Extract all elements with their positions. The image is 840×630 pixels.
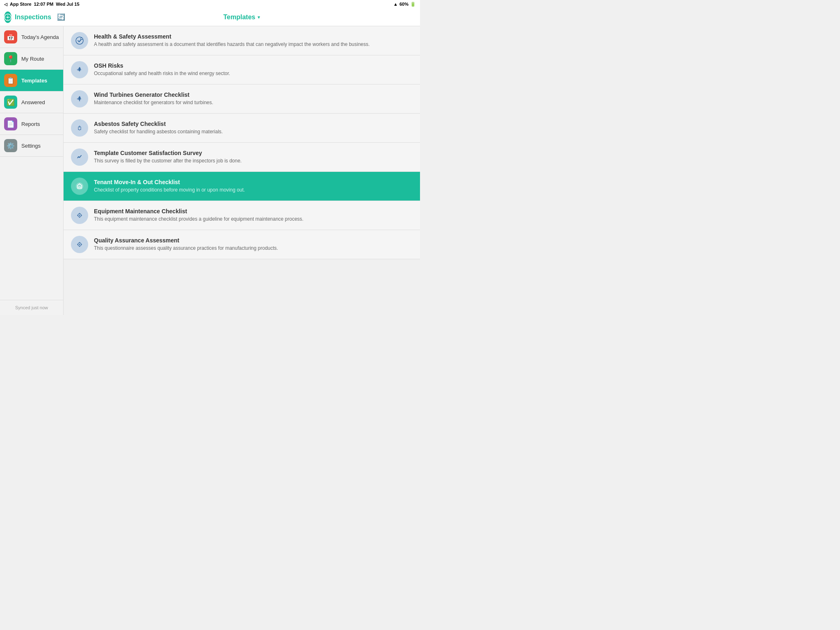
templates-icon: 📋 xyxy=(4,74,17,87)
template-title: Asbestos Safety Checklist xyxy=(94,121,413,127)
svg-point-1 xyxy=(7,16,9,18)
template-text: OSH Risks Occupational safety and health… xyxy=(94,62,413,77)
status-right: ▲ 60% 🔋 xyxy=(393,2,416,7)
sidebar: 📅 Today's Agenda 📍 My Route 📋 Templates … xyxy=(0,26,64,315)
quality-assurance-icon xyxy=(71,236,88,253)
sync-status: Synced just now xyxy=(0,300,63,315)
sidebar-item-label: Answered xyxy=(21,99,45,105)
nav-templates-title[interactable]: Templates xyxy=(224,14,256,21)
wifi-icon: ▲ xyxy=(393,2,398,7)
tenant-move-icon xyxy=(71,178,88,195)
template-text: Wind Turbines Generator Checklist Mainte… xyxy=(94,91,413,106)
nav-center: Templates ▾ xyxy=(64,14,420,21)
sidebar-item-reports[interactable]: 📄 Reports xyxy=(0,113,63,135)
health-safety-icon xyxy=(71,32,88,49)
sidebar-item-label: Reports xyxy=(21,121,40,127)
template-desc: Checklist of property conditions before … xyxy=(94,187,413,194)
template-list: Health & Safety Assessment A health and … xyxy=(64,26,420,315)
template-text: Health & Safety Assessment A health and … xyxy=(94,33,413,48)
template-text: Quality Assurance Assessment This questi… xyxy=(94,237,413,252)
sidebar-item-label: Templates xyxy=(21,78,47,84)
template-title: OSH Risks xyxy=(94,62,413,69)
template-title: Equipment Maintenance Checklist xyxy=(94,208,413,215)
template-title: Wind Turbines Generator Checklist xyxy=(94,91,413,98)
app-icon xyxy=(4,11,11,23)
template-title: Template Customer Satisfaction Survey xyxy=(94,150,413,156)
template-text: Equipment Maintenance Checklist This equ… xyxy=(94,208,413,223)
template-desc: Occupational safety and health risks in … xyxy=(94,70,413,77)
reports-icon: 📄 xyxy=(4,117,17,130)
template-title: Quality Assurance Assessment xyxy=(94,237,413,244)
sidebar-item-settings[interactable]: ⚙️ Settings xyxy=(0,135,63,157)
list-item[interactable]: Equipment Maintenance Checklist This equ… xyxy=(64,201,420,230)
wind-turbines-icon xyxy=(71,90,88,107)
svg-point-18 xyxy=(79,215,80,216)
sidebar-item-templates[interactable]: 📋 Templates xyxy=(0,70,63,91)
equipment-maintenance-icon xyxy=(71,207,88,224)
template-desc: Safety checklist for handling asbestos c… xyxy=(94,128,413,135)
template-desc: This questionnaire assesses quality assu… xyxy=(94,245,413,252)
sidebar-item-today[interactable]: 📅 Today's Agenda xyxy=(0,26,63,48)
template-text: Template Customer Satisfaction Survey Th… xyxy=(94,150,413,164)
template-desc: Maintenance checklist for generators for… xyxy=(94,99,413,106)
nav-bar: Inspections 🔄 Templates ▾ xyxy=(0,8,420,26)
template-title: Health & Safety Assessment xyxy=(94,33,413,40)
customer-survey-icon xyxy=(71,148,88,166)
my-route-icon: 📍 xyxy=(4,52,17,65)
svg-point-13 xyxy=(79,128,80,130)
status-date: Wed Jul 15 xyxy=(56,2,79,7)
template-desc: This equipment maintenance checklist pro… xyxy=(94,216,413,223)
today-agenda-icon: 📅 xyxy=(4,30,17,43)
sidebar-item-label: Today's Agenda xyxy=(21,34,59,40)
template-title: Tenant Move-In & Out Checklist xyxy=(94,179,413,185)
status-time: 12:07 PM xyxy=(34,2,54,7)
nav-left: Inspections 🔄 xyxy=(0,11,64,23)
list-item[interactable]: Template Customer Satisfaction Survey Th… xyxy=(64,143,420,172)
nav-inspections-title: Inspections xyxy=(15,14,51,21)
sidebar-item-answered[interactable]: ✅ Answered xyxy=(0,91,63,113)
asbestos-icon xyxy=(71,119,88,137)
sidebar-item-label: Settings xyxy=(21,143,41,149)
list-item[interactable]: Tenant Move-In & Out Checklist Checklist… xyxy=(64,172,420,201)
app-store-label: App Store xyxy=(10,2,32,7)
template-text: Asbestos Safety Checklist Safety checkli… xyxy=(94,121,413,135)
template-desc: This survey is filled by the customer af… xyxy=(94,158,413,164)
list-item[interactable]: Quality Assurance Assessment This questi… xyxy=(64,230,420,259)
list-item[interactable]: OSH Risks Occupational safety and health… xyxy=(64,55,420,84)
battery-level: 60% xyxy=(399,2,409,7)
template-text: Tenant Move-In & Out Checklist Checklist… xyxy=(94,179,413,194)
back-arrow: ◁ xyxy=(4,2,7,7)
sidebar-item-route[interactable]: 📍 My Route xyxy=(0,48,63,70)
svg-point-10 xyxy=(79,98,80,100)
list-item[interactable]: Health & Safety Assessment A health and … xyxy=(64,26,420,55)
osh-risks-icon xyxy=(71,61,88,78)
svg-point-25 xyxy=(79,244,80,245)
answered-icon: ✅ xyxy=(4,96,17,109)
list-item[interactable]: Asbestos Safety Checklist Safety checkli… xyxy=(64,114,420,143)
chevron-down-icon[interactable]: ▾ xyxy=(258,14,260,20)
main-container: 📅 Today's Agenda 📍 My Route 📋 Templates … xyxy=(0,26,420,315)
battery-icon: 🔋 xyxy=(410,2,416,7)
sidebar-item-label: My Route xyxy=(21,56,44,62)
status-bar: ◁ App Store 12:07 PM Wed Jul 15 ▲ 60% 🔋 xyxy=(0,0,420,8)
template-desc: A health and safety assessment is a docu… xyxy=(94,41,413,48)
list-item[interactable]: Wind Turbines Generator Checklist Mainte… xyxy=(64,84,420,114)
status-left: ◁ App Store 12:07 PM Wed Jul 15 xyxy=(4,2,80,7)
settings-icon: ⚙️ xyxy=(4,139,17,152)
